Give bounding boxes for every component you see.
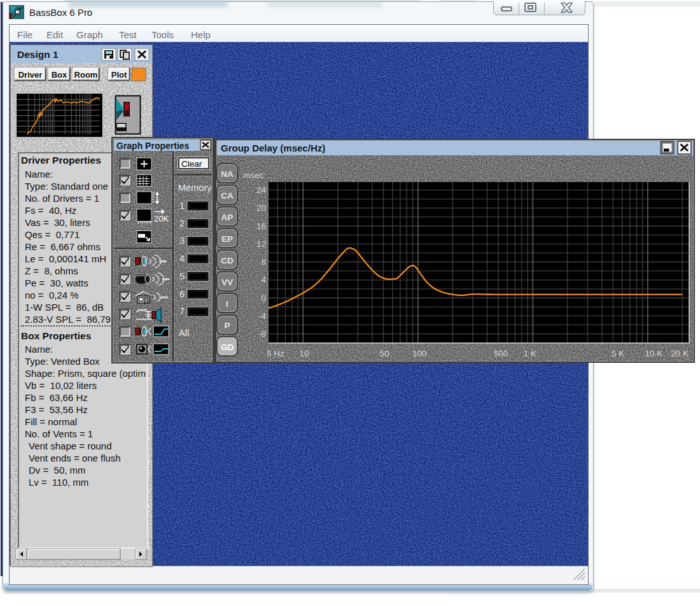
svg-text:4: 4 [179,253,185,264]
svg-text:50: 50 [379,349,389,358]
svg-text:NA: NA [221,169,234,179]
svg-text:100: 100 [412,349,427,358]
svg-text:1: 1 [179,201,185,211]
svg-text:VV: VV [221,278,233,287]
svg-text:CD: CD [221,256,234,265]
svg-text:Room: Room [74,70,98,80]
svg-text:Driver: Driver [18,70,43,80]
svg-text:-8: -8 [258,329,266,339]
svg-text:10: 10 [299,349,309,358]
svg-text:8: 8 [261,257,266,267]
svg-text:AP: AP [221,213,234,222]
svg-text:20: 20 [256,203,266,213]
svg-text:2: 2 [179,218,185,229]
svg-text:Clear: Clear [181,159,202,169]
svg-text:I: I [226,299,228,309]
svg-text:4: 4 [261,275,266,285]
svg-text:msec: msec [243,171,264,180]
svg-text:All: All [179,328,189,338]
svg-text:7: 7 [179,306,185,316]
svg-text:Graph Properties: Graph Properties [116,141,190,151]
svg-text:1 K: 1 K [524,349,536,358]
svg-text:Group Delay (msec/Hz): Group Delay (msec/Hz) [221,143,325,153]
svg-text:5 K: 5 K [612,349,624,358]
svg-text:5 Hz: 5 Hz [267,349,284,358]
svg-text:24: 24 [256,185,267,195]
svg-text:CA: CA [221,191,234,201]
svg-text:10 K: 10 K [645,349,662,358]
svg-text:EP: EP [221,234,233,244]
svg-text:6: 6 [179,289,185,299]
svg-text:500: 500 [494,349,508,358]
svg-text:20 K: 20 K [671,349,689,358]
svg-text:P: P [224,321,230,330]
svg-text:16: 16 [256,222,266,231]
svg-text:Plot: Plot [111,70,127,80]
svg-text:-4: -4 [258,311,266,321]
svg-text:Memory: Memory [178,183,212,193]
svg-text:0: 0 [261,293,266,303]
svg-text:3: 3 [179,236,185,246]
svg-text:GD: GD [221,342,234,352]
svg-text:Box: Box [52,70,67,80]
svg-text:12: 12 [256,239,266,249]
svg-text:5: 5 [179,271,185,281]
svg-text:Design 1: Design 1 [17,49,59,60]
svg-text:20K: 20K [154,214,169,223]
